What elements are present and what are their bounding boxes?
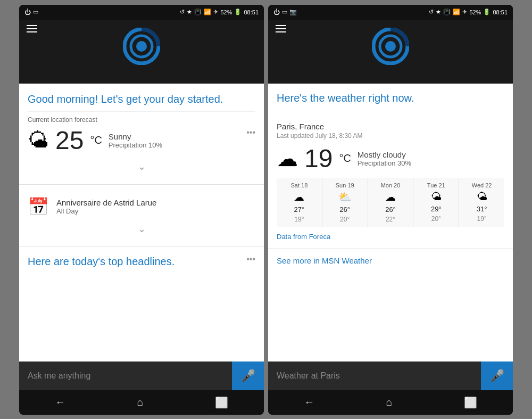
collapse-calendar[interactable]: ⌄: [28, 220, 255, 238]
svg-point-2: [136, 41, 147, 52]
refresh-icon: ↺: [180, 9, 185, 15]
forecast-day-name: Mon 20: [381, 182, 401, 188]
content-area-left: Good morning! Let's get your day started…: [19, 84, 264, 362]
forecast-low: 20°: [431, 215, 441, 223]
search-area-right[interactable]: Weather at Paris: [268, 362, 481, 390]
mic-button-left[interactable]: 🎤: [232, 362, 264, 390]
condition-right: Mostly cloudy: [358, 150, 411, 159]
power-icon: ⏻: [24, 9, 31, 16]
power-icon-right: ⏻: [273, 9, 280, 16]
forecast-low: 22°: [386, 216, 395, 223]
mic-button-right[interactable]: 🎤: [481, 362, 513, 390]
calendar-icon: 📅: [28, 196, 49, 217]
status-bar-left: ⏻ ▭ ↺ ★ 📳 📶 ✈ 52% 🔋 08:51: [19, 5, 264, 20]
forecast-day-name: Tue 21: [427, 182, 445, 188]
more-options-headlines[interactable]: •••: [246, 254, 255, 264]
more-options-left[interactable]: •••: [246, 128, 255, 137]
condition-left: Sunny: [109, 132, 162, 141]
event-time: All Day: [56, 207, 156, 215]
forecast-day-icon: ☁: [385, 191, 396, 203]
weather-icon-right: ☁: [277, 146, 298, 171]
greeting-text: Good morning! Let's get your day started…: [28, 92, 255, 106]
weather-icon-left: 🌤: [28, 128, 49, 152]
recents-button-right[interactable]: ⬜: [464, 396, 477, 409]
forecast-high: 29°: [431, 205, 442, 213]
weather-detail-card: Paris, France Last updated July 18, 8:30…: [268, 114, 513, 248]
cortana-header-right: [268, 20, 513, 84]
precipitation-left: Precipitation 10%: [109, 141, 162, 149]
event-title: Anniversaire de Astrid Larue: [56, 198, 156, 207]
time-left: 08:51: [244, 9, 259, 15]
battery-text: 52%: [220, 9, 232, 15]
wifi-icon-right: 📶: [453, 9, 460, 15]
star-icon-right: ★: [436, 9, 441, 15]
headlines-card: ••• Here are today's top headlines.: [19, 247, 264, 362]
see-more-link[interactable]: See more in MSN Weather: [268, 248, 513, 273]
temp-unit-right: °C: [339, 152, 351, 165]
forecast-high: 27°: [294, 206, 305, 213]
weather-row-left: 🌤 25 °C Sunny Precipitation 10%: [28, 128, 246, 153]
search-placeholder-left: Ask me anything: [28, 371, 90, 381]
svg-point-5: [385, 41, 396, 52]
weather-row-right: ☁ 19 °C Mostly cloudy Precipitation 30%: [277, 146, 504, 171]
right-phone: ⏻ ▭ 📷 ↺ ★ 📳 📶 ✈ 52% 🔋 08:51: [268, 5, 513, 415]
phone-icon: ▭: [33, 9, 38, 15]
forecast-high: 31°: [477, 205, 487, 213]
refresh-icon-right: ↺: [429, 9, 434, 15]
left-phone: ⏻ ▭ ↺ ★ 📳 📶 ✈ 52% 🔋 08:51: [19, 5, 264, 415]
bottom-bar-right: Weather at Paris 🎤: [268, 362, 513, 390]
temperature-right: 19: [304, 146, 332, 171]
cortana-logo-left: [123, 28, 160, 65]
hamburger-menu-left[interactable]: [27, 25, 37, 32]
calendar-card: 📅 Anniversaire de Astrid Larue All Day ⌄: [19, 185, 264, 247]
cortana-logo-right: [372, 28, 409, 65]
airplane-icon-right: ✈: [462, 9, 467, 15]
time-right: 08:51: [493, 9, 508, 15]
bottom-bar-left: Ask me anything 🎤: [19, 362, 264, 390]
forecast-low: 19°: [294, 216, 304, 223]
search-area-left[interactable]: Ask me anything: [19, 362, 232, 390]
cortana-header-left: [19, 20, 264, 84]
content-area-right: Here's the weather right now. Paris, Fra…: [268, 84, 513, 362]
right-greeting: Here's the weather right now.: [277, 91, 504, 105]
home-button-right[interactable]: ⌂: [386, 396, 392, 408]
forecast-day-Sun-19: Sun 19 ⛅ 26° 20°: [322, 178, 368, 227]
forecast-day-name: Sun 19: [336, 182, 354, 188]
forecast-day-Wed-22: Wed 22 🌤 31° 19°: [459, 178, 504, 227]
forecast-day-icon: ☁: [294, 191, 304, 203]
airplane-icon: ✈: [213, 9, 218, 15]
search-placeholder-right: Weather at Paris: [277, 371, 340, 381]
last-updated: Last updated July 18, 8:30 AM: [277, 132, 504, 139]
phone-icon-right: ▭: [282, 9, 287, 15]
battery-icon: 🔋: [234, 9, 242, 15]
forecast-day-Mon-20: Mon 20 ☁ 26° 22°: [368, 178, 414, 227]
phones-container: ⏻ ▭ ↺ ★ 📳 📶 ✈ 52% 🔋 08:51: [0, 0, 532, 419]
battery-text-right: 52%: [469, 9, 481, 15]
nav-bar-left: ← ⌂ ⬜: [19, 390, 264, 415]
status-right-icons: ↺ ★ 📳 📶 ✈ 52% 🔋 08:51: [180, 9, 259, 15]
vibrate-icon: 📳: [194, 9, 202, 15]
forecast-day-name: Sat 18: [290, 182, 307, 188]
forecast-day-name: Wed 22: [472, 182, 492, 188]
back-button-right[interactable]: ←: [304, 396, 314, 408]
nav-bar-right: ← ⌂ ⬜: [268, 390, 513, 415]
temp-unit-left: °C: [90, 134, 102, 146]
mic-icon-left: 🎤: [241, 369, 255, 383]
collapse-weather-left[interactable]: ⌄: [28, 158, 255, 176]
forecast-high: 26°: [339, 206, 350, 213]
forecast-day-Tue-21: Tue 21 🌤 29° 20°: [413, 178, 459, 227]
headlines-title: Here are today's top headlines.: [28, 254, 255, 268]
status-bar-right: ⏻ ▭ 📷 ↺ ★ 📳 📶 ✈ 52% 🔋 08:51: [268, 5, 513, 20]
battery-icon-right: 🔋: [483, 9, 491, 15]
hamburger-menu-right[interactable]: [276, 25, 286, 32]
vibrate-icon-right: 📳: [443, 9, 451, 15]
forecast-day-icon: 🌤: [477, 191, 487, 203]
back-button-left[interactable]: ←: [55, 396, 65, 408]
forecast-low: 19°: [477, 215, 487, 223]
forecast-high: 26°: [385, 206, 396, 213]
home-button-left[interactable]: ⌂: [137, 396, 143, 408]
recents-button-left[interactable]: ⬜: [215, 396, 228, 409]
data-source-link[interactable]: Data from Foreca: [277, 233, 504, 241]
forecast-day-Sat-18: Sat 18 ☁ 27° 19°: [277, 178, 322, 227]
weather-label: Current location forecast: [28, 116, 255, 124]
